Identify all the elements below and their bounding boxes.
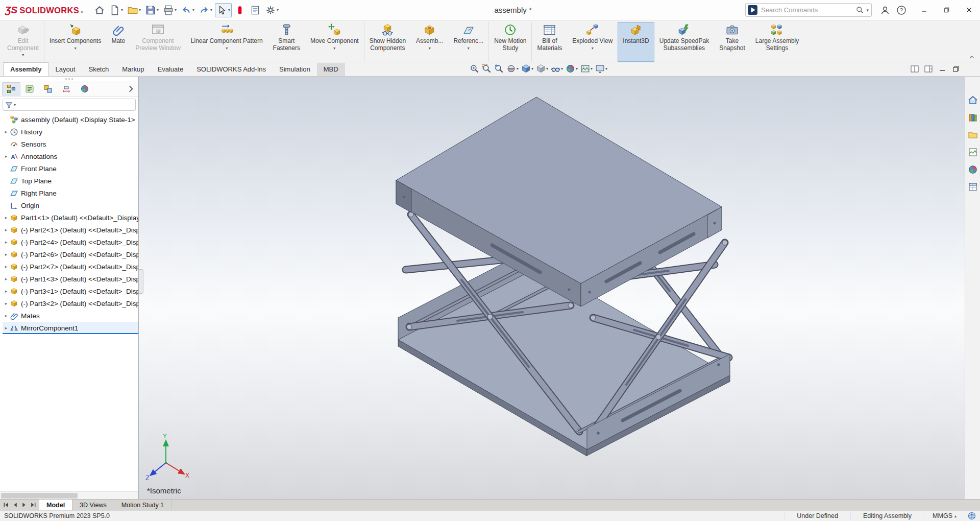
dropdown-caret-icon[interactable]: ▾	[226, 46, 228, 51]
tree-item-top-plane[interactable]: Top Plane	[3, 175, 138, 187]
units-caret-icon[interactable]: ▴	[954, 514, 957, 518]
scrollbar-thumb[interactable]	[1, 493, 78, 499]
command-search-box[interactable]: ▾	[745, 3, 872, 17]
tree-filter-box[interactable]: ▾	[3, 99, 136, 111]
dropdown-caret-icon[interactable]: ▾	[429, 46, 431, 51]
mate-button[interactable]: Mate	[106, 22, 130, 62]
dropdown-caret-icon[interactable]: ▾	[157, 8, 159, 12]
reference-geometry-button[interactable]: Referenc... ▾	[448, 22, 489, 62]
filter-caret-icon[interactable]: ▾	[14, 103, 16, 107]
dropdown-caret-icon[interactable]: ▾	[605, 66, 607, 71]
pane-split-button[interactable]	[924, 64, 933, 75]
component-preview-window-button[interactable]: Component Preview Window	[130, 22, 186, 62]
dropdown-caret-icon[interactable]: ▾	[333, 46, 335, 51]
pane-preview-button[interactable]	[910, 64, 919, 75]
tree-item-part2-6[interactable]: ▸ (-) Part2<6> (Default) <<Default>_Disp…	[3, 248, 138, 260]
display-style-button[interactable]: ▾	[536, 64, 548, 74]
propertymanager-tab[interactable]	[20, 82, 39, 96]
update-speedpak-button[interactable]: Update SpeedPak Subassemblies	[654, 22, 714, 62]
expand-arrow-icon[interactable]: ▸	[3, 252, 10, 257]
logo-flyout-caret-icon[interactable]: ▸	[81, 9, 84, 14]
file-explorer-button[interactable]	[967, 129, 979, 141]
edit-appearance-button[interactable]: ▾	[566, 64, 578, 74]
tree-item-history[interactable]: ▸ History	[3, 126, 138, 138]
tree-item-part3-2[interactable]: ▸ (-) Part3<2> (Default) <<Default>_Disp…	[3, 297, 138, 310]
dropdown-caret-icon[interactable]: ▾	[561, 66, 563, 71]
custom-properties-button[interactable]	[967, 181, 979, 193]
large-assembly-settings-button[interactable]: Large Assembly Settings	[750, 22, 804, 62]
taskpane-home-button[interactable]	[967, 94, 979, 106]
tree-filter-input[interactable]	[18, 101, 133, 108]
assembly-features-button[interactable]: Assemb... ▾	[411, 22, 448, 62]
dropdown-caret-icon[interactable]: ▾	[531, 66, 533, 71]
dropdown-caret-icon[interactable]: ▾	[139, 8, 141, 12]
tree-horizontal-scrollbar[interactable]	[0, 491, 138, 499]
expand-arrow-icon[interactable]: ▸	[3, 289, 10, 294]
section-view-button[interactable]: ▾	[506, 64, 519, 74]
expand-arrow-icon[interactable]: ▸	[3, 313, 10, 318]
model-scissor-lift[interactable]	[396, 97, 730, 456]
help-button[interactable]: ?	[893, 2, 910, 18]
model-tab[interactable]: Model	[39, 500, 72, 510]
file-properties-button[interactable]	[248, 3, 262, 17]
restore-button[interactable]	[935, 0, 958, 20]
view-orientation-button[interactable]: ▾	[521, 64, 533, 74]
featuremanager-design-tree-tab[interactable]	[2, 82, 20, 96]
units-selector[interactable]: MMGS ▴	[924, 512, 965, 519]
exploded-view-button[interactable]: Exploded View ▾	[567, 22, 618, 62]
view-settings-button[interactable]: ▾	[595, 64, 607, 74]
filter-icon[interactable]	[5, 101, 13, 109]
model-tabs-prev-button[interactable]	[11, 501, 19, 509]
tree-item-part1-1[interactable]: ▸ Part1<1> (Default) <<Default>_Display …	[3, 211, 138, 224]
search-input[interactable]	[758, 6, 855, 14]
appearances-button[interactable]	[967, 163, 979, 176]
dropdown-caret-icon[interactable]: ▾	[192, 8, 194, 12]
dropdown-caret-icon[interactable]: ▾	[576, 66, 578, 71]
document-minimize-button[interactable]	[938, 64, 947, 75]
tab-markup[interactable]: Markup	[115, 63, 151, 76]
tab-layout[interactable]: Layout	[48, 63, 82, 76]
undo-button[interactable]: ▾	[179, 3, 196, 17]
tree-item-front-plane[interactable]: Front Plane	[3, 162, 138, 175]
motion-study-1-tab[interactable]: Motion Study 1	[114, 500, 172, 510]
collapse-ribbon-icon[interactable]	[968, 54, 976, 60]
dropdown-caret-icon[interactable]: ▾	[210, 8, 212, 12]
dropdown-caret-icon[interactable]: ▾	[468, 46, 470, 51]
previous-view-button[interactable]	[494, 64, 504, 74]
zoom-to-area-button[interactable]	[482, 64, 492, 74]
tree-item-origin[interactable]: Origin	[3, 199, 138, 211]
orientation-triad[interactable]: Y Z X	[145, 433, 189, 482]
expand-arrow-icon[interactable]: ▸	[3, 227, 10, 232]
view-palette-button[interactable]	[967, 146, 979, 158]
model-top-plate[interactable]	[396, 97, 722, 306]
model-tabs-next-button[interactable]	[20, 501, 28, 509]
expand-arrow-icon[interactable]: ▸	[3, 154, 10, 159]
graphics-viewport[interactable]: Y Z X *Isometric	[139, 77, 965, 499]
minimize-button[interactable]	[913, 0, 935, 20]
options-button[interactable]: ▾	[263, 3, 280, 17]
tab-solidworks-add-ins[interactable]: SOLIDWORKS Add-Ins	[190, 63, 273, 76]
insert-components-button[interactable]: Insert Components ▾	[44, 22, 106, 62]
search-caret-icon[interactable]: ▾	[866, 8, 869, 13]
take-snapshot-button[interactable]: Take Snapshot	[714, 22, 750, 62]
select-button[interactable]: ▾	[215, 3, 232, 17]
tree-item-part3-1[interactable]: ▸ (-) Part3<1> (Default) <<Default>_Disp…	[3, 285, 138, 297]
show-hidden-components-button[interactable]: Show Hidden Components	[364, 22, 411, 62]
marketplace-button[interactable]	[233, 3, 247, 17]
expand-arrow-icon[interactable]: ▸	[3, 325, 10, 330]
tree-item-part2-7[interactable]: ▸ (-) Part2<7> (Default) <<Default>_Disp…	[3, 260, 138, 273]
dropdown-caret-icon[interactable]: ▾	[546, 66, 548, 71]
search-icon[interactable]	[855, 6, 864, 14]
expand-arrow-icon[interactable]: ▸	[3, 215, 10, 220]
tab-mbd[interactable]: MBD	[317, 63, 345, 76]
configurationmanager-tab[interactable]	[39, 82, 57, 96]
model-tabs-first-button[interactable]	[2, 501, 10, 509]
document-restore-button[interactable]	[951, 64, 961, 75]
open-button[interactable]: ▾	[126, 3, 142, 17]
tab-assembly[interactable]: Assembly	[3, 62, 48, 76]
print-button[interactable]: ▾	[161, 3, 178, 17]
dropdown-caret-icon[interactable]: ▾	[75, 46, 77, 51]
tree-item-mates[interactable]: ▸ Mates	[3, 310, 138, 322]
dropdown-caret-icon[interactable]: ▾	[228, 8, 230, 12]
edit-component-button[interactable]: Edit Component ▾	[2, 22, 44, 62]
